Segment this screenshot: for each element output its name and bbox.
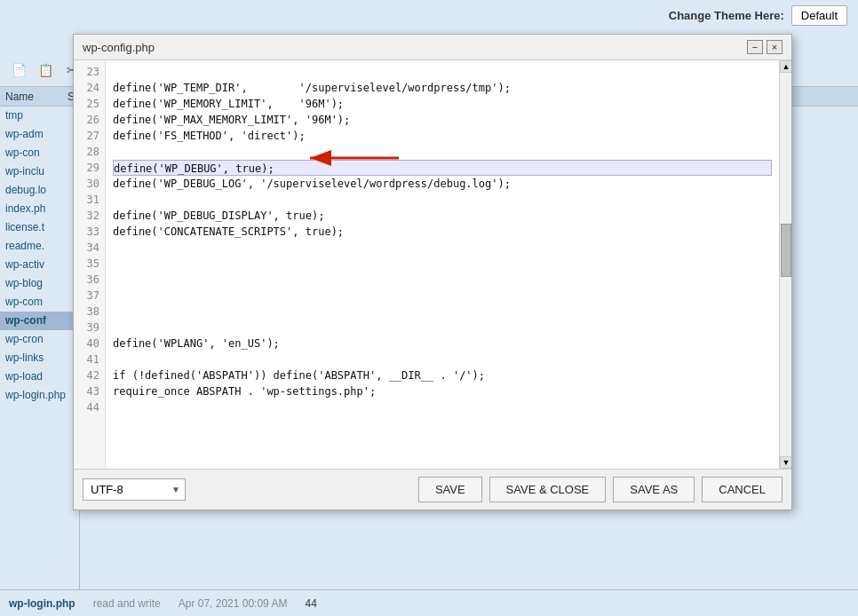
scrollbar-thumb[interactable] (781, 224, 791, 277)
code-line-25: define('WP_MEMORY_LIMIT', '96M'); (113, 96, 772, 112)
sidebar-item-wp-activ[interactable]: wp-activ (0, 256, 79, 274)
status-bar: wp-login.php read and write Apr 07, 2021… (0, 589, 858, 616)
status-permission: read and write (93, 597, 161, 610)
status-size: 44 (305, 597, 316, 610)
sidebar-item-wp-blog[interactable]: wp-blog (0, 274, 79, 293)
top-bar: Change Theme Here: Default (658, 0, 858, 31)
code-line-34 (113, 240, 772, 256)
name-column-header: Name (5, 91, 68, 103)
code-line-33: define('CONCATENATE_SCRIPTS', true); (113, 224, 772, 240)
code-line-36 (113, 272, 772, 288)
save-button[interactable]: SAVE (418, 477, 482, 502)
save-as-button[interactable]: SAVE AS (613, 477, 695, 502)
scroll-down-arrow[interactable]: ▼ (780, 456, 791, 469)
scroll-up-arrow[interactable]: ▲ (780, 60, 791, 73)
sidebar-item-tmp[interactable]: tmp (0, 107, 79, 125)
file-icon[interactable]: 📄 (7, 59, 30, 82)
code-line-44 (113, 399, 772, 415)
encoding-select[interactable]: UTF-8 ISO-8859-1 Windows-1252 (83, 478, 186, 501)
sidebar: tmp wp-adm wp-con wp-inclu debug.lo inde… (0, 107, 80, 616)
sidebar-item-debug[interactable]: debug.lo (0, 181, 79, 200)
code-editor[interactable]: define('WP_TEMP_DIR', '/superviselevel/w… (106, 60, 779, 469)
theme-button[interactable]: Default (791, 5, 847, 26)
dialog-minimize-button[interactable]: − (747, 40, 763, 54)
copy-icon[interactable]: 📋 (34, 59, 57, 82)
sidebar-item-wp-inclu[interactable]: wp-inclu (0, 162, 79, 181)
code-line-29: define('WP_DEBUG', true); (113, 160, 772, 176)
code-line-23 (113, 64, 772, 80)
code-line-40: define('WPLANG', 'en_US'); (113, 336, 772, 351)
sidebar-item-wp-adm[interactable]: wp-adm (0, 125, 79, 144)
save-close-button[interactable]: SAVE & CLOSE (489, 477, 607, 502)
sidebar-item-wp-links[interactable]: wp-links (0, 349, 79, 367)
sidebar-item-license[interactable]: license.t (0, 218, 79, 237)
footer-bar: UTF-8 ISO-8859-1 Windows-1252 ▼ SAVE SAV… (74, 469, 791, 509)
code-line-41 (113, 351, 772, 367)
dialog-title: wp-config.php (83, 41, 155, 54)
sidebar-item-wp-cron[interactable]: wp-cron (0, 330, 79, 349)
dialog-close-button[interactable]: × (767, 40, 783, 54)
sidebar-item-readme[interactable]: readme. (0, 237, 79, 256)
cancel-button[interactable]: CANCEL (702, 477, 783, 502)
code-line-38 (113, 304, 772, 320)
dialog-controls: − × (747, 40, 783, 54)
change-theme-label: Change Theme Here: (669, 9, 784, 22)
sidebar-item-wp-load[interactable]: wp-load (0, 367, 79, 386)
code-line-43: require_once ABSPATH . 'wp-settings.php'… (113, 383, 772, 399)
sidebar-item-wp-conf[interactable]: wp-conf (0, 312, 79, 330)
code-line-30: define('WP_DEBUG_LOG', '/superviselevel/… (113, 176, 772, 192)
code-line-24: define('WP_TEMP_DIR', '/superviselevel/w… (113, 80, 772, 96)
status-filename: wp-login.php (9, 597, 75, 610)
code-line-35 (113, 256, 772, 272)
editor-dialog: wp-config.php − × 23 24 25 26 27 28 29 3… (73, 34, 792, 510)
code-line-28 (113, 144, 772, 160)
code-line-37 (113, 288, 772, 304)
code-line-39 (113, 320, 772, 336)
code-line-31 (113, 192, 772, 208)
code-line-27: define('FS_METHOD', 'direct'); (113, 128, 772, 144)
encoding-wrapper: UTF-8 ISO-8859-1 Windows-1252 ▼ (83, 478, 186, 501)
line-numbers: 23 24 25 26 27 28 29 30 31 32 33 34 35 3… (74, 60, 106, 469)
sidebar-item-wp-con[interactable]: wp-con (0, 144, 79, 162)
code-line-42: if (!defined('ABSPATH')) define('ABSPATH… (113, 367, 772, 383)
sidebar-item-wp-com[interactable]: wp-com (0, 293, 79, 312)
sidebar-item-index[interactable]: index.ph (0, 200, 79, 218)
sidebar-item-wp-login[interactable]: wp-login.php (0, 386, 79, 405)
status-date: Apr 07, 2021 00:09 AM (179, 597, 288, 610)
footer-buttons: SAVE SAVE & CLOSE SAVE AS CANCEL (418, 477, 783, 502)
code-line-26: define('WP_MAX_MEMORY_LIMIT', '96M'); (113, 112, 772, 128)
dialog-titlebar: wp-config.php − × (74, 35, 791, 60)
code-line-32: define('WP_DEBUG_DISPLAY', true); (113, 208, 772, 224)
editor-area[interactable]: 23 24 25 26 27 28 29 30 31 32 33 34 35 3… (74, 60, 791, 469)
scrollbar[interactable]: ▲ ▼ (779, 60, 791, 469)
